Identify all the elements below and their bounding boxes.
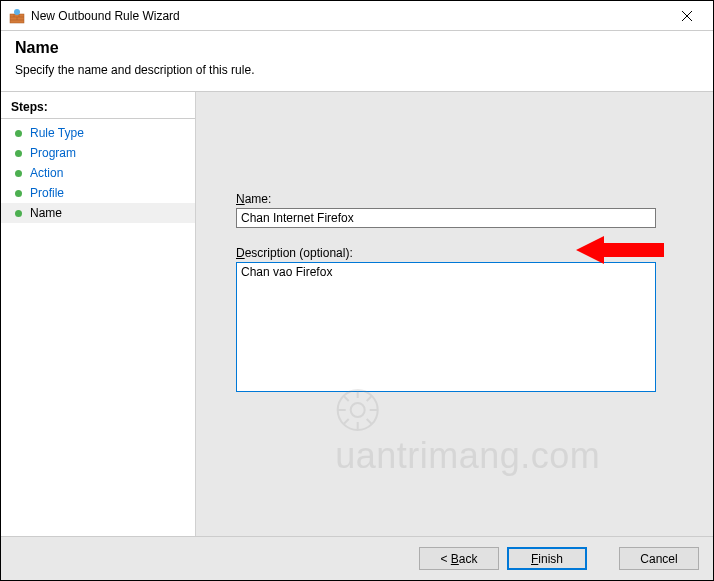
- wizard-body: Steps: Rule Type Program Action Profile …: [1, 92, 713, 537]
- main-panel: Name: Description (optional): Chan vao F…: [196, 92, 713, 537]
- description-label: Description (optional):: [236, 246, 683, 260]
- step-profile[interactable]: Profile: [1, 183, 195, 203]
- description-field-group: Description (optional): Chan vao Firefox: [236, 246, 683, 395]
- svg-line-18: [366, 396, 371, 401]
- window-title: New Outbound Rule Wizard: [31, 9, 667, 23]
- svg-point-6: [14, 9, 20, 15]
- name-input[interactable]: [236, 208, 656, 228]
- step-label: Program: [30, 146, 76, 160]
- step-bullet-icon: [15, 210, 22, 217]
- step-name[interactable]: Name: [1, 203, 195, 223]
- firewall-icon: [9, 8, 25, 24]
- step-list: Rule Type Program Action Profile Name: [1, 119, 195, 227]
- back-button[interactable]: < Back: [419, 547, 499, 570]
- close-icon: [682, 11, 692, 21]
- step-bullet-icon: [15, 130, 22, 137]
- watermark-logo-icon: [335, 388, 379, 435]
- step-label: Rule Type: [30, 126, 84, 140]
- steps-panel: Steps: Rule Type Program Action Profile …: [1, 92, 196, 537]
- step-label: Name: [30, 206, 62, 220]
- svg-line-19: [343, 419, 348, 424]
- finish-button[interactable]: Finish: [507, 547, 587, 570]
- description-input[interactable]: Chan vao Firefox: [236, 262, 656, 392]
- wizard-footer: < Back Finish Cancel: [1, 536, 713, 580]
- close-button[interactable]: [667, 2, 707, 30]
- step-action[interactable]: Action: [1, 163, 195, 183]
- wizard-header: Name Specify the name and description of…: [1, 31, 713, 92]
- steps-title: Steps:: [1, 96, 195, 119]
- step-bullet-icon: [15, 170, 22, 177]
- step-program[interactable]: Program: [1, 143, 195, 163]
- name-field-group: Name:: [236, 192, 683, 228]
- titlebar: New Outbound Rule Wizard: [1, 1, 713, 31]
- step-bullet-icon: [15, 190, 22, 197]
- step-label: Action: [30, 166, 63, 180]
- page-subtitle: Specify the name and description of this…: [15, 63, 699, 77]
- svg-line-16: [343, 396, 348, 401]
- step-rule-type[interactable]: Rule Type: [1, 123, 195, 143]
- watermark-text: uantrimang.com: [335, 435, 600, 476]
- svg-point-11: [350, 403, 364, 417]
- svg-point-10: [337, 390, 377, 430]
- cancel-button[interactable]: Cancel: [619, 547, 699, 570]
- name-label: Name:: [236, 192, 683, 206]
- page-title: Name: [15, 39, 699, 57]
- step-label: Profile: [30, 186, 64, 200]
- watermark: uantrimang.com: [335, 388, 600, 477]
- svg-line-17: [366, 419, 371, 424]
- step-bullet-icon: [15, 150, 22, 157]
